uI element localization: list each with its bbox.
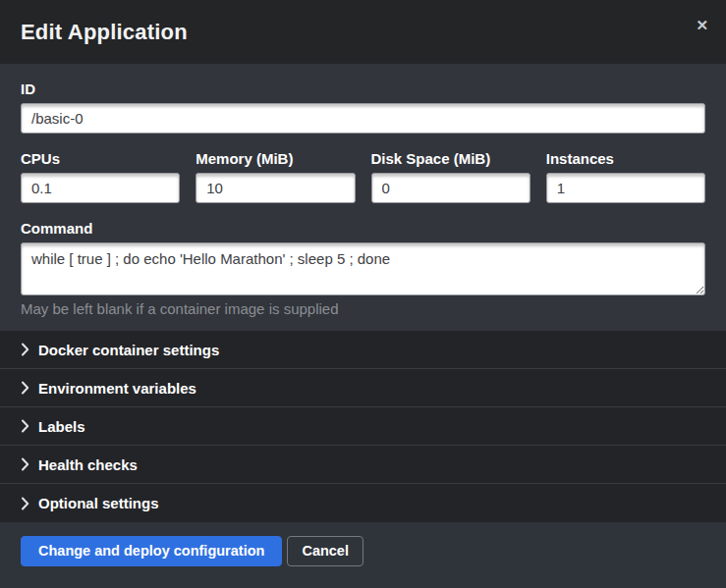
- chevron-right-icon: [21, 343, 29, 356]
- section-optional-settings[interactable]: Optional settings: [0, 484, 726, 522]
- form-body: ID CPUs Memory (MiB) Disk Space (MiB) In…: [0, 64, 726, 331]
- modal-title: Edit Application: [21, 20, 188, 45]
- chevron-right-icon: [21, 457, 29, 471]
- close-icon[interactable]: ✕: [690, 14, 714, 36]
- section-labels[interactable]: Labels: [0, 407, 726, 446]
- instances-label: Instances: [546, 151, 705, 166]
- disk-label: Disk Space (MiB): [371, 151, 531, 166]
- resources-row: CPUs Memory (MiB) Disk Space (MiB) Insta…: [21, 151, 705, 203]
- command-textarea[interactable]: while [ true ] ; do echo 'Hello Marathon…: [21, 242, 705, 295]
- command-field-group: Command while [ true ] ; do echo 'Hello …: [21, 221, 705, 317]
- disk-field-group: Disk Space (MiB): [371, 151, 531, 203]
- modal-footer: Change and deploy configuration Cancel: [0, 522, 726, 588]
- section-docker-container-settings[interactable]: Docker container settings: [0, 331, 726, 369]
- section-label: Docker container settings: [38, 342, 219, 358]
- command-help-text: May be left blank if a container image i…: [21, 301, 705, 317]
- memory-label: Memory (MiB): [195, 151, 355, 166]
- id-field-group: ID: [21, 81, 705, 134]
- command-label: Command: [21, 221, 705, 236]
- cpus-input[interactable]: [21, 173, 180, 203]
- disk-input[interactable]: [371, 173, 531, 203]
- cpus-field-group: CPUs: [21, 151, 180, 203]
- edit-application-modal: Edit Application ✕ ID CPUs Memory (MiB) …: [0, 0, 726, 588]
- section-environment-variables[interactable]: Environment variables: [0, 369, 726, 407]
- instances-input[interactable]: [546, 173, 705, 203]
- id-label: ID: [21, 81, 705, 96]
- collapsible-sections: Docker container settings Environment va…: [0, 331, 726, 522]
- section-label: Optional settings: [38, 495, 159, 511]
- section-label: Labels: [38, 418, 85, 435]
- chevron-right-icon: [21, 497, 29, 510]
- memory-field-group: Memory (MiB): [195, 151, 355, 203]
- id-input[interactable]: [21, 103, 705, 134]
- chevron-right-icon: [21, 419, 29, 433]
- section-label: Environment variables: [38, 380, 196, 397]
- modal-header: Edit Application ✕: [0, 0, 726, 64]
- section-health-checks[interactable]: Health checks: [0, 446, 726, 484]
- chevron-right-icon: [21, 381, 29, 395]
- cancel-button[interactable]: Cancel: [287, 536, 363, 566]
- instances-field-group: Instances: [546, 151, 705, 203]
- section-label: Health checks: [38, 456, 138, 473]
- change-and-deploy-button[interactable]: Change and deploy configuration: [21, 536, 282, 566]
- memory-input[interactable]: [195, 173, 355, 203]
- cpus-label: CPUs: [21, 151, 180, 166]
